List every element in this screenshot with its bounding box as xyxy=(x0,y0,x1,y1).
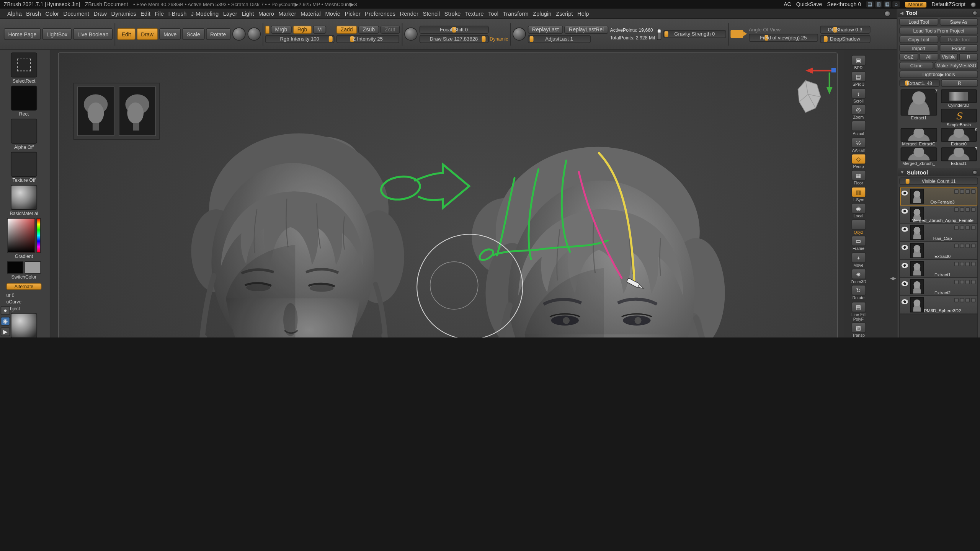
stroke-button-replaylast[interactable]: ReplayLast xyxy=(528,25,563,33)
subtool-mini-icons[interactable] xyxy=(954,280,975,284)
visibility-eye-icon[interactable] xyxy=(901,191,908,196)
shelf-persp[interactable]: ◇Persp xyxy=(848,153,869,169)
menu-brush[interactable]: Brush xyxy=(24,10,43,16)
menu-document[interactable]: Document xyxy=(61,10,91,16)
tool-button-visible[interactable]: Visible xyxy=(939,53,958,61)
current-tool-slider[interactable]: Extract1. 48 xyxy=(899,79,939,87)
gravity-slider[interactable]: Gravity Strength 0 xyxy=(663,30,726,38)
alternate-button[interactable]: Alternate xyxy=(6,283,41,290)
mode-button-move[interactable]: Move xyxy=(159,28,181,40)
mode-button-scale[interactable]: Scale xyxy=(182,28,204,40)
paint-knob-icon[interactable] xyxy=(232,28,246,41)
dynamic-label[interactable]: Dynamic xyxy=(490,36,508,42)
material-slot[interactable]: BasicMaterial xyxy=(6,185,41,216)
tool-button-copy-tool[interactable]: Copy Tool xyxy=(899,36,938,43)
tool-panel-header[interactable]: ◀ Tool xyxy=(897,9,980,17)
paint-mode-mrgb[interactable]: Mrgb xyxy=(271,25,292,33)
shelf-transp[interactable]: ▨Transp xyxy=(848,322,869,337)
alt-color-swatch[interactable] xyxy=(24,261,41,274)
alpha-slot[interactable]: Alpha Off xyxy=(6,119,41,150)
shelf-line-fill-polyf[interactable]: ▤Line Fill PolyF xyxy=(848,302,869,321)
menu-movie[interactable]: Movie xyxy=(323,10,343,16)
menu-stroke[interactable]: Stroke xyxy=(442,10,463,16)
edge-brush-dot-icon[interactable]: ● xyxy=(1,306,10,315)
nav-button-lightbox[interactable]: LightBox xyxy=(42,28,72,40)
session-circle-icon[interactable] xyxy=(970,2,976,7)
menu-circle-icon[interactable] xyxy=(884,11,890,17)
color-picker[interactable]: Gradient xyxy=(6,218,41,259)
brush-sphere-thumb[interactable] xyxy=(11,313,37,337)
subtool-extract2[interactable]: Extract2 xyxy=(900,278,977,296)
titlebar-document-icon[interactable]: ▤ xyxy=(866,1,874,7)
tool-slot-merged-zbrush[interactable]: Merged_Zbrush_ xyxy=(899,147,938,165)
menu-i-brush[interactable]: I-Brush xyxy=(166,10,189,16)
shelf-spix-3[interactable]: ▤SPix 3 xyxy=(848,72,869,87)
shelf-scroll[interactable]: ↕Scroll xyxy=(848,88,869,104)
titlebar-grid-icon[interactable]: ▦ xyxy=(884,1,891,7)
panel-menu-icon[interactable] xyxy=(972,10,977,15)
hue-strip[interactable] xyxy=(36,218,41,253)
z-intensity-slider[interactable]: Z Intensity 25 xyxy=(336,35,399,43)
sculpt-mode-zsub[interactable]: Zsub xyxy=(358,25,379,33)
menu-preferences[interactable]: Preferences xyxy=(363,10,397,16)
subtool-mini-icons[interactable] xyxy=(954,189,975,194)
subtool-header[interactable]: ▼ Subtool xyxy=(897,168,980,176)
menu-light[interactable]: Light xyxy=(240,10,256,16)
visibility-eye-icon[interactable] xyxy=(901,209,908,214)
paint-mode-m[interactable]: M xyxy=(313,25,326,33)
fov-slider[interactable]: Field of view(deg) 25 xyxy=(749,33,818,41)
focal-shift-slider[interactable]: Focal Shift 0 xyxy=(419,25,488,33)
visibility-eye-icon[interactable] xyxy=(901,299,908,304)
menu-macro[interactable]: Macro xyxy=(256,10,276,16)
nav-button-home-page[interactable]: Home Page xyxy=(4,28,41,40)
collapse-arrow-icon[interactable]: ◀ xyxy=(900,10,903,15)
deep-shadow-slider[interactable]: DeepShadow xyxy=(820,35,871,43)
shelf-local[interactable]: ◉Local xyxy=(848,203,869,218)
titlebar-home-icon[interactable]: ⌂ xyxy=(892,1,900,7)
camera-icon[interactable] xyxy=(730,30,743,38)
menu-color[interactable]: Color xyxy=(43,10,61,16)
shelf-rotate[interactable]: ↻Rotate xyxy=(848,285,869,301)
subtool-hair-cap[interactable]: Hair_Cap xyxy=(900,224,977,242)
shelf-zoom3d[interactable]: ⊕Zoom3D xyxy=(848,269,869,284)
mode-button-rotate[interactable]: Rotate xyxy=(206,28,230,40)
tool-slot-merged-extractc[interactable]: Merged_ExtractC xyxy=(899,128,938,146)
sculpt-mode-zadd[interactable]: Zadd xyxy=(336,25,357,33)
obj-shadow-slider[interactable]: ObjShadow 0.3 xyxy=(820,25,871,33)
tool-button-all[interactable]: All xyxy=(920,53,938,61)
paint-mode-rgb[interactable]: Rgb xyxy=(293,25,312,33)
subtool-mini-icons[interactable] xyxy=(954,207,975,212)
adjust-last-slider[interactable]: AdjustLast 1 xyxy=(528,35,591,43)
shelf-floor[interactable]: ▦Floor xyxy=(848,170,869,186)
menu-texture[interactable]: Texture xyxy=(463,10,486,16)
visibility-eye-icon[interactable] xyxy=(901,227,908,232)
draw-size-slider[interactable]: Draw Size 127.83828 xyxy=(419,35,488,43)
menu-picker[interactable]: Picker xyxy=(343,10,363,16)
tool-button-save-as[interactable]: Save As xyxy=(939,18,978,26)
default-zscript-button[interactable]: DefaultZScript xyxy=(931,1,965,7)
visibility-eye-icon[interactable] xyxy=(901,245,908,250)
rgb-intensity-slider[interactable]: Rgb Intensity 100 xyxy=(265,35,334,43)
tool-button-lightbox-tools[interactable]: Lightbox▶Tools xyxy=(899,70,978,78)
menu-zplugin[interactable]: Zplugin xyxy=(531,10,554,16)
main-color-swatch[interactable] xyxy=(7,261,23,274)
tool-button-goz[interactable]: GoZ xyxy=(899,53,918,61)
menu-draw[interactable]: Draw xyxy=(91,10,109,16)
titlebar-monitor-icon[interactable]: ▥ xyxy=(875,1,882,7)
tool-slot-extract1[interactable]: 7Extract1 xyxy=(939,147,978,165)
ucurve-label[interactable]: uCurve xyxy=(6,299,50,305)
menu-stencil[interactable]: Stencil xyxy=(421,10,442,16)
panel-divider-handle[interactable]: ◀▶ xyxy=(890,276,895,281)
stroke-thumb[interactable] xyxy=(11,86,37,111)
stroke-slot[interactable]: Rect xyxy=(6,86,41,117)
tool-slot-simplebrush[interactable]: SSimpleBrush xyxy=(939,109,978,127)
edge-cursor-icon[interactable]: ▶ xyxy=(1,328,10,336)
visibility-eye-icon[interactable] xyxy=(901,263,908,268)
menus-button[interactable]: Menus xyxy=(905,2,926,7)
tool-button-import[interactable]: Import xyxy=(899,44,938,52)
menu-help[interactable]: Help xyxy=(575,10,591,16)
quicksave-button[interactable]: QuickSave xyxy=(796,1,822,7)
menu-render[interactable]: Render xyxy=(398,10,421,16)
brush-knob-icon[interactable] xyxy=(247,28,261,41)
stroke-button-replaylastrel[interactable]: ReplayLastRel xyxy=(565,25,608,33)
